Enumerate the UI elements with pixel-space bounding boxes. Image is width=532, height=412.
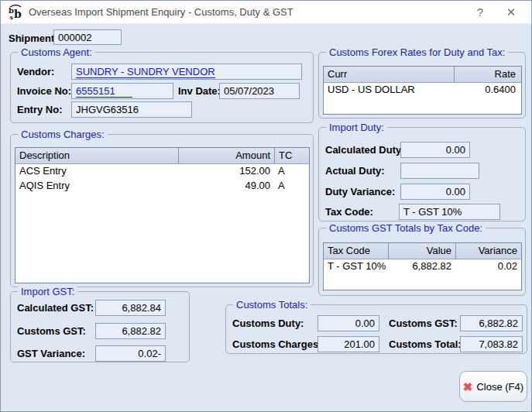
invoice-no-field[interactable]: 6555151 [71,83,173,99]
charges-col-amount: Amount [178,148,274,163]
forex-curr-cell: USD - US DOLLAR [324,83,454,98]
charges-table-header: Description Amount TC [15,148,309,164]
entry-no-field[interactable]: JHGVG63516 [71,101,192,118]
title-bar: b s b Overseas Import Shipment Enquiry -… [1,1,531,24]
close-x-icon: ✖ [463,381,473,393]
charges-col-tc: TC [274,148,309,163]
calculated-duty-field[interactable]: 0.00 [400,142,470,158]
vendor-field[interactable]: SUNDRY - SUNDRY VENDOR [71,64,302,80]
table-row[interactable]: AQIS Entry 49.00 A [15,179,309,194]
inv-date-label: Inv Date: [178,85,221,97]
gst-totals-group-title: Customs GST Totals by Tax Code: [326,222,486,234]
customs-gst-total-field[interactable]: 6,882.82 [460,315,523,331]
gst-table-header: Tax Code Value Variance [324,243,521,259]
duty-variance-label: Duty Variance: [325,186,395,197]
forex-rates-group: Customs Forex Rates for Duty and Tax: Cu… [318,52,526,118]
import-duty-group-title: Import Duty: [326,122,387,133]
forex-rates-group-title: Customs Forex Rates for Duty and Tax: [326,46,508,58]
customs-charges-table: Description Amount TC ACS Entry 152.00 A… [15,147,310,283]
invoice-no-link[interactable]: 6555151 [76,85,132,98]
customs-gst-total-label: Customs GST: [389,318,458,329]
window-close-button[interactable]: ✕ [496,2,527,23]
import-duty-group: Import Duty: Calculated Duty: 0.00 Actua… [318,127,526,221]
customs-total-field[interactable]: 7,083.82 [460,336,523,352]
gst-col-variance: Variance [455,243,521,259]
svg-text:b: b [14,8,22,20]
table-row[interactable]: T - GST 10% 6,882.82 0.02 [324,259,521,274]
charge-amount-cell: 152.00 [178,164,274,179]
actual-duty-field[interactable] [400,163,479,179]
tax-code-label: Tax Code: [325,206,373,218]
gst-totals-group: Customs GST Totals by Tax Code: Tax Code… [318,228,526,296]
forex-rate-cell: 0.6400 [454,83,520,98]
table-row[interactable]: USD - US DOLLAR 0.6400 [324,83,521,98]
charge-tc-cell: A [274,164,309,179]
entry-no-label: Entry No: [17,104,63,115]
charges-col-description: Description [15,148,178,163]
gst-totals-table: Tax Code Value Variance T - GST 10% 6,88… [323,242,522,290]
app-logo-icon: b s b [7,4,24,21]
actual-duty-label: Actual Duty: [325,165,385,177]
dialog-window: b s b Overseas Import Shipment Enquiry -… [0,0,532,412]
invoice-no-label: Invoice No: [17,85,71,97]
import-gst-group: Import GST: Calculated GST: 6,882.84 Cus… [10,291,190,362]
table-row[interactable]: ACS Entry 152.00 A [15,164,309,179]
customs-charges-label: Customs Charges: [232,338,322,350]
customs-total-label: Customs Total: [389,338,462,350]
inv-date-field[interactable]: 05/07/2023 [219,83,300,99]
close-button-label: Close (F4) [476,381,523,393]
gst-value-cell: 6,882.82 [388,259,455,274]
customs-duty-field[interactable]: 0.00 [317,315,379,331]
window-title: Overseas Import Shipment Enquiry - Custo… [29,6,465,18]
customs-gst-field[interactable]: 6,882.82 [95,323,166,339]
gst-tax-code-cell: T - GST 10% [324,259,388,274]
customs-charges-field[interactable]: 201.00 [317,336,379,352]
shipment-label: Shipment: [9,33,58,44]
calculated-duty-label: Calculated Duty: [325,144,405,156]
shipment-field[interactable]: 000002 [53,29,122,45]
customs-charges-group: Customs Charges: Description Amount TC A… [10,134,314,287]
charge-description-cell: ACS Entry [15,164,178,179]
gst-variance-label: GST Variance: [17,348,85,359]
calculated-gst-field[interactable]: 6,882.84 [95,300,166,316]
customs-charges-group-title: Customs Charges: [18,129,108,140]
customs-totals-group: Customs Totals: Customs Duty: 0.00 Custo… [225,304,527,354]
forex-table-header: Curr Rate [324,67,521,83]
customs-duty-label: Customs Duty: [232,318,304,329]
help-button[interactable]: ? [465,2,496,23]
vendor-link[interactable]: SUNDRY - SUNDRY VENDOR [76,66,215,78]
gst-variance-cell: 0.02 [455,259,521,274]
close-button[interactable]: ✖ Close (F4) [459,371,527,402]
gst-col-tax-code: Tax Code [324,243,388,259]
calculated-gst-label: Calculated GST: [17,302,94,314]
gst-variance-field[interactable]: 0.02- [95,345,166,362]
tax-code-field[interactable]: T - GST 10% [399,204,500,220]
gst-col-value: Value [388,243,455,259]
customs-agent-group: Customs Agent: Vendor: SUNDRY - SUNDRY V… [10,52,314,123]
vendor-label: Vendor: [17,66,54,77]
charge-tc-cell: A [274,179,309,194]
customs-agent-group-title: Customs Agent: [18,46,95,58]
import-gst-group-title: Import GST: [18,286,77,297]
forex-rates-table: Curr Rate USD - US DOLLAR 0.6400 [323,66,522,115]
customs-gst-label: Customs GST: [17,325,86,337]
svg-text:s: s [10,13,14,21]
charge-amount-cell: 49.00 [178,179,274,194]
customs-totals-group-title: Customs Totals: [233,299,311,311]
forex-col-curr: Curr [324,67,454,82]
duty-variance-field[interactable]: 0.00 [400,184,470,200]
charge-description-cell: AQIS Entry [15,179,178,194]
forex-col-rate: Rate [454,67,520,82]
